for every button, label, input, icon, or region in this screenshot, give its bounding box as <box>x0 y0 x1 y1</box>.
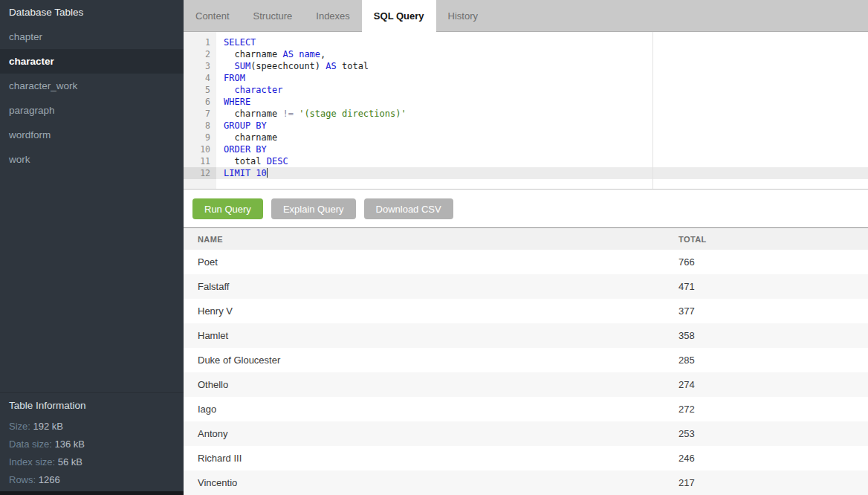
text-cursor <box>267 168 268 178</box>
table-information-panel: Table Information Size: 192 kBData size:… <box>0 392 184 491</box>
info-row: Size: 192 kB <box>9 418 175 436</box>
tab-content[interactable]: Content <box>184 0 242 32</box>
token-pl <box>224 85 234 95</box>
info-label: Size: <box>9 421 30 432</box>
cell-name: Poet <box>184 256 678 268</box>
line-number: 4 <box>184 72 216 84</box>
column-header-name[interactable]: NAME <box>184 235 678 244</box>
download-csv-button[interactable]: Download CSV <box>364 198 453 219</box>
code-text: SELECT <box>216 36 256 48</box>
token-kw: ORDER BY <box>224 144 267 155</box>
code-line-3[interactable]: 3 SUM(speechcount) AS total <box>184 60 868 72</box>
cell-name: Antony <box>184 428 678 439</box>
code-line-2[interactable]: 2 charname AS name, <box>184 48 868 60</box>
line-number: 7 <box>184 108 216 120</box>
run-query-button[interactable]: Run Query <box>192 198 263 219</box>
table-row[interactable]: Richard III246 <box>184 446 868 470</box>
query-actions: Run QueryExplain QueryDownload CSV <box>184 190 868 227</box>
explain-query-button[interactable]: Explain Query <box>271 198 356 219</box>
info-row: Data size: 136 kB <box>9 436 175 453</box>
code-line-4[interactable]: 4FROM <box>184 72 868 84</box>
table-row[interactable]: Vincentio217 <box>184 470 868 495</box>
code-text: total DESC <box>216 155 288 167</box>
cell-total: 217 <box>678 477 695 488</box>
tab-indexes[interactable]: Indexes <box>304 0 362 32</box>
token-kw: character <box>234 85 282 95</box>
token-kw: FROM <box>224 73 245 83</box>
tab-history[interactable]: History <box>436 0 490 32</box>
code-text: charname <box>216 132 277 143</box>
token-kw: DESC <box>267 156 288 166</box>
token-kw: WHERE <box>224 97 250 107</box>
info-value: 192 kB <box>33 421 63 432</box>
code-lines: 1SELECT2 charname AS name,3 SUM(speechco… <box>184 32 868 179</box>
token-kw: SUM <box>234 61 250 71</box>
token-pl: charname <box>224 49 282 59</box>
tab-structure[interactable]: Structure <box>242 0 305 32</box>
token-num: 10 <box>256 168 266 178</box>
sql-editor[interactable]: 1SELECT2 charname AS name,3 SUM(speechco… <box>184 32 868 190</box>
code-text: GROUP BY <box>216 120 267 132</box>
info-row: Index size: 56 kB <box>9 453 175 471</box>
token-kw: GROUP BY <box>224 120 267 131</box>
sidebar-item-paragraph[interactable]: paragraph <box>0 98 184 123</box>
cell-total: 766 <box>678 256 695 268</box>
line-number: 10 <box>184 143 216 155</box>
cell-name: Vincentio <box>184 477 678 488</box>
token-pl: charname <box>224 132 277 143</box>
sidebar: Database Tables chaptercharactercharacte… <box>0 0 184 495</box>
app-window: Database Tables chaptercharactercharacte… <box>0 0 868 495</box>
code-line-10[interactable]: 10ORDER BY <box>184 143 868 155</box>
table-information-list: Size: 192 kBData size: 136 kBIndex size:… <box>9 418 175 489</box>
code-line-9[interactable]: 9 charname <box>184 132 868 143</box>
sidebar-item-chapter[interactable]: chapter <box>0 25 184 49</box>
table-row[interactable]: Antony253 <box>184 421 868 446</box>
table-row[interactable]: Othello274 <box>184 372 868 397</box>
cell-total: 272 <box>678 404 695 415</box>
editor-column-ruler <box>652 32 653 189</box>
line-number: 5 <box>184 84 216 96</box>
sidebar-item-character_work[interactable]: character_work <box>0 74 184 98</box>
code-line-12[interactable]: 12LIMIT 10 <box>184 167 868 179</box>
sidebar-item-work[interactable]: work <box>0 147 184 172</box>
info-value: 1266 <box>39 474 60 485</box>
table-row[interactable]: Falstaff471 <box>184 274 868 299</box>
cell-total: 246 <box>678 453 695 464</box>
code-line-1[interactable]: 1SELECT <box>184 36 868 48</box>
token-pl: (speechcount) <box>250 61 326 71</box>
table-information-title: Table Information <box>9 400 175 411</box>
token-pl: charname <box>224 109 282 119</box>
token-kw: AS <box>326 61 336 71</box>
token-pl: total <box>224 156 267 166</box>
code-line-6[interactable]: 6WHERE <box>184 96 868 108</box>
column-header-total[interactable]: TOTAL <box>678 235 707 244</box>
code-text: WHERE <box>216 96 250 108</box>
code-line-11[interactable]: 11 total DESC <box>184 155 868 167</box>
sidebar-item-character[interactable]: character <box>0 49 184 74</box>
table-row[interactable]: Iago272 <box>184 397 868 421</box>
table-row[interactable]: Poet766 <box>184 250 868 274</box>
token-pl <box>224 61 234 71</box>
tab-sql-query[interactable]: SQL Query <box>362 0 436 32</box>
code-line-5[interactable]: 5 character <box>184 84 868 96</box>
cell-total: 471 <box>678 281 695 292</box>
code-line-7[interactable]: 7 charname != '(stage directions)' <box>184 108 868 120</box>
results-body: Poet766Falstaff471Henry V377Hamlet358Duk… <box>184 250 868 495</box>
info-value: 56 kB <box>58 456 82 468</box>
line-number: 2 <box>184 48 216 60</box>
cell-name: Richard III <box>184 453 678 464</box>
line-number: 8 <box>184 120 216 132</box>
cell-total: 253 <box>678 428 695 439</box>
code-line-8[interactable]: 8GROUP BY <box>184 120 868 132</box>
sidebar-item-wordform[interactable]: wordform <box>0 123 184 147</box>
cell-name: Duke of Gloucester <box>184 355 678 366</box>
info-value: 136 kB <box>54 439 84 450</box>
sidebar-bottom-strip <box>0 491 184 495</box>
code-text: FROM <box>216 72 245 84</box>
sidebar-header: Database Tables <box>0 0 184 25</box>
main-panel: ContentStructureIndexesSQL QueryHistory … <box>184 0 868 495</box>
tab-bar: ContentStructureIndexesSQL QueryHistory <box>184 0 868 32</box>
table-row[interactable]: Duke of Gloucester285 <box>184 348 868 372</box>
table-row[interactable]: Henry V377 <box>184 299 868 323</box>
table-row[interactable]: Hamlet358 <box>184 323 868 348</box>
